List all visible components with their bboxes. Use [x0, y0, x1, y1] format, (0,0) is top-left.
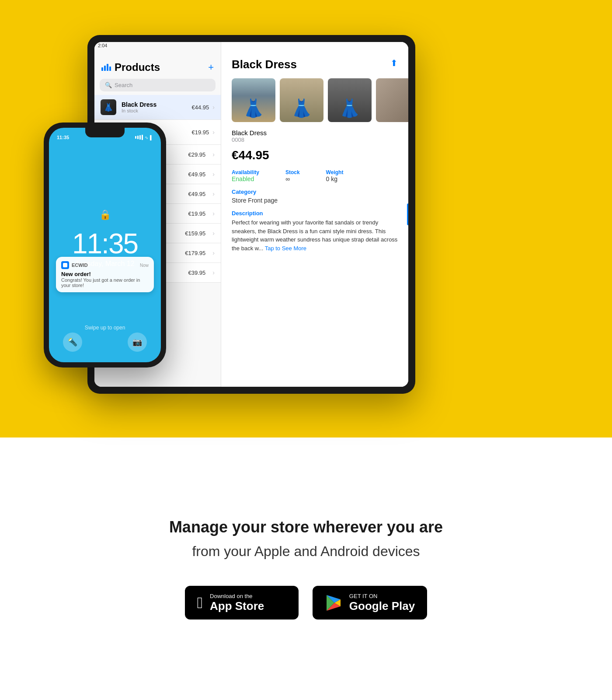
phone-notch	[85, 128, 125, 137]
tab-indicator	[407, 203, 408, 225]
product-stock: In stock	[122, 108, 192, 113]
product-price-9: €39.95	[188, 270, 206, 276]
product-price-7: €159.95	[185, 230, 205, 237]
product-item-black-dress[interactable]: Black Dress In stock €44.95 ›	[94, 95, 221, 120]
google-play-text: GET IT ON Google Play	[349, 593, 415, 612]
app-store-line1: Download on the	[210, 593, 264, 600]
chevron-right-icon-4: ›	[212, 171, 215, 178]
detail-images-row	[232, 78, 398, 122]
products-search-bar[interactable]: 🔍 Search	[100, 79, 216, 91]
detail-price: €44.95	[232, 148, 398, 162]
app-store-text: Download on the App Store	[210, 593, 264, 612]
lock-icon: 🔒	[99, 209, 111, 220]
detail-header: Black Dress ⬆	[232, 58, 398, 71]
product-price-2: €19.95	[192, 129, 209, 136]
chevron-right-icon-7: ›	[212, 230, 215, 237]
description-text: Perfect for wearing with your favorite f…	[232, 218, 398, 252]
stock-value: ∞	[285, 175, 300, 182]
search-placeholder-text: Search	[115, 82, 132, 88]
apple-icon: 	[197, 594, 203, 612]
product-price-4: €49.95	[188, 171, 206, 178]
tap-to-see-more[interactable]: Tap to See More	[265, 245, 306, 252]
notification-body: Congrats! You just got a new order in yo…	[61, 277, 149, 288]
weight-stat: Weight 0 kg	[326, 169, 344, 182]
store-buttons:  Download on the App Store GET IT ON Go…	[185, 586, 427, 619]
product-price-3: €29.95	[188, 151, 206, 158]
notification-app-name: ECWID	[72, 262, 137, 268]
google-play-button[interactable]: GET IT ON Google Play	[313, 586, 427, 619]
flashlight-button[interactable]: 🔦	[63, 332, 82, 352]
notification-header: ECWID Now	[61, 261, 149, 269]
chevron-right-icon-9: ›	[212, 269, 215, 276]
notification-card: ECWID Now New order! Congrats! You just …	[56, 257, 154, 292]
stock-stat: Stock ∞	[285, 169, 300, 182]
product-price-6: €19.95	[188, 210, 206, 217]
google-play-line2: Google Play	[349, 600, 415, 612]
phone-bottom-controls: 🔦 📷	[49, 332, 161, 352]
product-image-1[interactable]	[232, 78, 275, 122]
product-image-2[interactable]	[280, 78, 323, 122]
availability-stat: Availability Enabled	[232, 169, 259, 182]
chevron-right-icon-6: ›	[212, 210, 215, 217]
detail-title: Black Dress	[232, 58, 297, 71]
chevron-right-icon-2: ›	[212, 129, 215, 136]
detail-sku: 0008	[232, 136, 398, 143]
detail-stats-row: Availability Enabled Stock ∞ Weight 0 kg	[232, 169, 398, 182]
description-label: Description	[232, 210, 398, 217]
google-play-line1: GET IT ON	[349, 593, 415, 600]
phone-big-time: 11:35	[72, 228, 138, 260]
phone-frame: 11:35 ∿ ▌ 🔒 11:35	[44, 122, 166, 368]
weight-label: Weight	[326, 169, 344, 175]
share-button[interactable]: ⬆	[390, 58, 398, 68]
product-image-4[interactable]	[376, 78, 408, 122]
products-list-icon	[101, 64, 111, 71]
product-price-5: €49.95	[188, 191, 206, 197]
top-section: 2:04 ▌	[0, 0, 612, 438]
stock-label: Stock	[285, 169, 300, 175]
app-store-button[interactable]:  Download on the App Store	[185, 586, 299, 619]
notification-time: Now	[140, 263, 149, 268]
product-price: €44.95	[192, 104, 209, 111]
phone-signal: ∿ ▌	[135, 135, 153, 140]
bottom-section: Manage your store wherever you are from …	[0, 438, 612, 700]
tablet-time: 2:04	[98, 43, 107, 48]
ecwid-app-icon	[61, 261, 69, 269]
product-image-3[interactable]	[328, 78, 372, 122]
phone-time-small: 11:35	[57, 135, 69, 140]
chevron-right-icon-3: ›	[212, 151, 215, 158]
category-value: Store Front page	[232, 197, 398, 204]
app-store-line2: App Store	[210, 600, 264, 612]
product-info: Black Dress In stock	[122, 101, 192, 113]
weight-value: 0 kg	[326, 175, 344, 182]
category-label: Category	[232, 189, 398, 195]
products-header: Products +	[94, 58, 221, 77]
google-play-icon	[325, 594, 342, 612]
notification-title: New order!	[61, 271, 149, 277]
chevron-right-icon: ›	[212, 104, 215, 111]
bottom-headline: Manage your store wherever you are	[169, 518, 443, 536]
product-name: Black Dress	[122, 101, 192, 108]
search-icon: 🔍	[105, 82, 112, 88]
chevron-right-icon-8: ›	[212, 249, 215, 256]
bottom-subline: from your Apple and Android devices	[192, 543, 420, 560]
product-detail-panel: Black Dress ⬆ Black Dress 0008 €44.95	[221, 42, 408, 387]
chevron-right-icon-5: ›	[212, 190, 215, 197]
phone-device: 11:35 ∿ ▌ 🔒 11:35	[44, 122, 166, 368]
product-thumbnail	[101, 99, 116, 115]
product-price-8: €179.95	[185, 250, 205, 256]
detail-product-name: Black Dress	[232, 129, 398, 136]
availability-label: Availability	[232, 169, 259, 175]
availability-value: Enabled	[232, 175, 259, 182]
products-add-button[interactable]: +	[208, 62, 214, 73]
camera-button[interactable]: 📷	[128, 332, 147, 352]
products-title: Products	[115, 61, 160, 74]
swipe-up-label: Swipe up to open	[49, 325, 161, 331]
phone-screen: 11:35 ∿ ▌ 🔒 11:35	[49, 128, 161, 362]
